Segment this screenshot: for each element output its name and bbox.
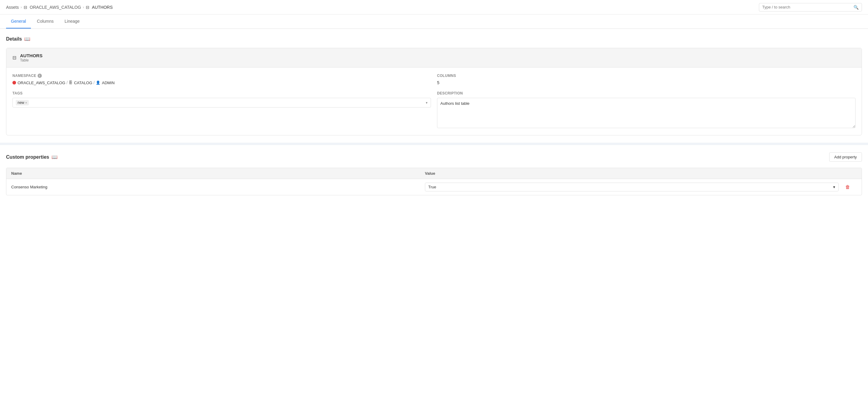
ns-catalog: 🗄 CATALOG <box>69 80 92 85</box>
breadcrumb-bar: Assets › ⊟ ORACLE_AWS_CATALOG › ⊟ AUTHOR… <box>0 0 868 14</box>
tab-general[interactable]: General <box>6 14 31 29</box>
custom-properties-table: Name Value Consenso Marketing True ▾ 🗑 <box>6 168 862 195</box>
breadcrumb-catalog[interactable]: ORACLE_AWS_CATALOG <box>30 5 81 10</box>
asset-table-icon: ⊟ <box>12 55 17 61</box>
custom-props-title-group: Custom properties 📖 <box>6 154 58 160</box>
cp-value-text: True <box>428 185 436 189</box>
search-input[interactable] <box>762 5 852 9</box>
search-bar[interactable]: 🔍 <box>759 3 862 11</box>
cp-col-name: Name <box>11 171 425 176</box>
search-icon: 🔍 <box>854 5 859 10</box>
breadcrumb: Assets › ⊟ ORACLE_AWS_CATALOG › ⊟ AUTHOR… <box>6 5 113 10</box>
cp-dropdown-arrow: ▾ <box>833 185 835 189</box>
ns-admin: 👤 ADMIN <box>96 80 115 85</box>
catalog-icon: 🗄 <box>69 80 72 85</box>
description-label: Description <box>437 91 856 95</box>
tab-columns[interactable]: Columns <box>32 14 59 29</box>
oracle-icon <box>12 81 16 85</box>
columns-group: Columns 5 <box>437 74 856 85</box>
custom-properties-section: Custom properties 📖 Add property Name Va… <box>6 145 862 203</box>
breadcrumb-sep-2: › <box>83 5 84 9</box>
namespace-group: Namespace i ORACLE_AWS_CATALOG / 🗄 CATAL… <box>12 74 431 85</box>
description-textarea[interactable]: Authors list table <box>437 98 856 128</box>
tag-chip-new: new × <box>16 100 29 105</box>
tags-group: Tags new × ▾ <box>12 91 431 129</box>
namespace-path: ORACLE_AWS_CATALOG / 🗄 CATALOG / 👤 ADMIN <box>12 80 431 85</box>
cp-table-header: Name Value <box>6 168 862 179</box>
custom-props-book-icon: 📖 <box>52 154 58 160</box>
section-separator <box>0 143 868 145</box>
properties-grid: Namespace i ORACLE_AWS_CATALOG / 🗄 CATAL… <box>12 74 856 129</box>
asset-name: AUTHORS <box>20 53 42 58</box>
ns-oracle: ORACLE_AWS_CATALOG <box>12 80 65 85</box>
user-icon: 👤 <box>96 80 100 85</box>
tag-remove-new[interactable]: × <box>25 101 27 104</box>
tags-inner: new × <box>16 100 29 105</box>
cp-actions: 🗑 <box>839 185 857 190</box>
table-icon-1: ⊟ <box>24 5 27 10</box>
delete-row-button[interactable]: 🗑 <box>845 185 850 190</box>
add-property-button[interactable]: Add property <box>829 152 862 162</box>
main-content: Details 📖 ⊟ AUTHORS Table Namespace i <box>0 29 868 210</box>
columns-label: Columns <box>437 74 856 78</box>
namespace-label: Namespace i <box>12 74 431 78</box>
cp-name-cell: Consenso Marketing <box>11 185 425 189</box>
details-section-header: Details 📖 <box>6 36 862 42</box>
cp-value-cell: True ▾ <box>425 183 839 191</box>
table-icon-2: ⊟ <box>86 5 89 10</box>
tabs-bar: General Columns Lineage <box>0 14 868 29</box>
details-title: Details <box>6 36 22 42</box>
cp-col-value: Value <box>425 171 839 176</box>
cp-col-actions <box>839 171 857 176</box>
tags-dropdown-arrow: ▾ <box>426 101 428 105</box>
asset-type: Table <box>20 58 42 62</box>
breadcrumb-assets[interactable]: Assets <box>6 5 19 10</box>
description-group: Description Authors list table <box>437 91 856 129</box>
custom-props-header: Custom properties 📖 Add property <box>6 152 862 162</box>
columns-value: 5 <box>437 80 856 85</box>
details-card: ⊟ AUTHORS Table Namespace i <box>6 48 862 135</box>
namespace-info-icon: i <box>38 74 42 78</box>
breadcrumb-sep-1: › <box>21 5 22 9</box>
details-book-icon: 📖 <box>24 36 30 42</box>
asset-header: ⊟ AUTHORS Table <box>6 48 862 68</box>
tags-field[interactable]: new × ▾ <box>12 98 431 107</box>
tab-lineage[interactable]: Lineage <box>60 14 85 29</box>
properties-container: Namespace i ORACLE_AWS_CATALOG / 🗄 CATAL… <box>6 68 862 135</box>
table-row: Consenso Marketing True ▾ 🗑 <box>6 179 862 195</box>
custom-props-title: Custom properties <box>6 155 49 160</box>
cp-value-dropdown[interactable]: True ▾ <box>425 183 839 191</box>
tags-label: Tags <box>12 91 431 95</box>
asset-info: AUTHORS Table <box>20 53 42 62</box>
breadcrumb-current: AUTHORS <box>92 5 113 10</box>
